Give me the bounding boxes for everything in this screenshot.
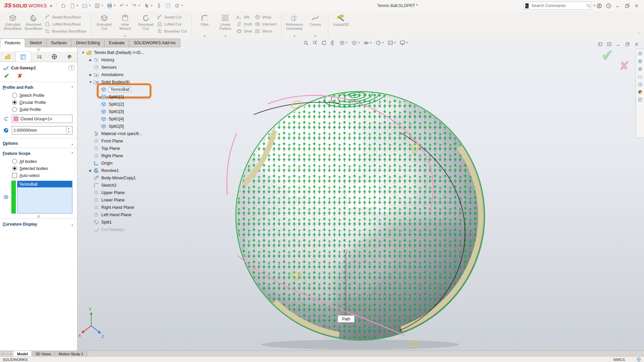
document-restore-button[interactable]: [625, 42, 630, 47]
expander-open-icon[interactable]: ▼: [88, 80, 93, 84]
hide-show-items-button[interactable]: ▼: [362, 40, 373, 46]
expander-closed-icon[interactable]: ▶: [88, 58, 93, 62]
dropdown-caret-icon[interactable]: ▼: [224, 35, 227, 39]
tab-sketch[interactable]: Sketch: [25, 39, 47, 47]
tree-item-split1[interactable]: Split1: [78, 219, 182, 226]
ribbon-button-revolved-boss-base[interactable]: RevolvedBoss/Base: [23, 12, 44, 39]
ribbon-button-reference-geometry[interactable]: ReferenceGeometry▼: [284, 12, 305, 39]
ribbon-button-lofted-cut[interactable]: Lofted Cut: [157, 20, 189, 27]
chevron-down-icon[interactable]: ⌄: [71, 142, 74, 145]
minimize-button[interactable]: [614, 2, 621, 9]
panel-tab-displaymanager[interactable]: [62, 52, 77, 62]
ribbon-button-shell[interactable]: Shell: [236, 27, 254, 35]
document-minimize-button[interactable]: [616, 42, 621, 47]
ok-button[interactable]: ✔: [4, 73, 9, 79]
list-resize-handle[interactable]: [37, 215, 40, 218]
tab-features[interactable]: Features: [0, 39, 25, 47]
ribbon-button-hole-wizard[interactable]: HoleWizard▼: [115, 12, 135, 39]
ribbon-button-swept-boss-base[interactable]: Swept Boss/Base: [44, 13, 89, 20]
auto-select-checkbox-row[interactable]: Auto-select: [0, 172, 77, 179]
dropdown-caret-icon[interactable]: ▼: [406, 42, 409, 44]
tree-item-left-hand-plane[interactable]: Left Hand Plane: [78, 211, 182, 219]
previous-view-button[interactable]: [320, 40, 328, 46]
panel-tab-propertymanager[interactable]: [15, 52, 32, 62]
dropdown-caret-icon[interactable]: ▼: [101, 4, 104, 7]
radio-button[interactable]: [12, 100, 17, 105]
tree-item-solid-bodies-6[interactable]: ▼Solid Bodies(6): [78, 78, 182, 86]
tennis-ball-model[interactable]: [227, 82, 510, 351]
ribbon-button-draft[interactable]: Draft: [236, 20, 254, 27]
confirmation-corner-cancel-icon[interactable]: ✘: [619, 59, 629, 73]
profile-option-sketch-profile[interactable]: Sketch Profile: [0, 92, 77, 99]
bottom-tab-motion-study-1[interactable]: Motion Study 1: [55, 351, 87, 357]
path-endpoint-marker[interactable]: [345, 250, 347, 253]
select-button[interactable]: ▼: [142, 2, 154, 9]
dropdown-caret-icon[interactable]: ▼: [150, 4, 153, 7]
bottom-tab-3d-views[interactable]: 3D Views: [32, 351, 55, 357]
undo-button[interactable]: ▼: [118, 2, 130, 9]
auto-select-checkbox[interactable]: [12, 173, 17, 178]
path-selection-field[interactable]: Closed Group<1>: [12, 115, 72, 123]
close-button[interactable]: [633, 2, 640, 9]
selection-filter-button[interactable]: [155, 2, 163, 9]
dropdown-caret-icon[interactable]: ▼: [370, 42, 372, 44]
search-caret-icon[interactable]: ▼: [593, 4, 596, 7]
apply-scene-button[interactable]: ▼: [386, 40, 397, 46]
ribbon-collapse-icon[interactable]: ⌃: [637, 32, 640, 36]
tree-item-tennisball[interactable]: TennisBall: [78, 86, 182, 93]
selected-bodies-list[interactable]: TennisBall: [17, 181, 72, 214]
save-button[interactable]: ▼: [93, 2, 105, 9]
chevron-up-icon[interactable]: ⌃: [71, 86, 74, 89]
custom-properties-icon[interactable]: [638, 97, 643, 102]
ribbon-button-extruded-cut[interactable]: ExtrudedCut: [94, 12, 114, 39]
ribbon-button-intersect[interactable]: Intersect: [255, 20, 278, 27]
help-icon[interactable]: ?: [68, 65, 74, 71]
dropdown-caret-icon[interactable]: ▼: [181, 4, 183, 7]
search-input[interactable]: [531, 3, 584, 8]
section-feature-scope[interactable]: Feature Scope ⌃: [0, 148, 77, 158]
panel-tab-dimxpertmanager[interactable]: [47, 52, 62, 62]
file-explorer-icon[interactable]: [638, 74, 643, 79]
diameter-spinner[interactable]: ▲▼: [66, 126, 71, 134]
ribbon-button-mirror[interactable]: Mirror: [255, 27, 278, 35]
view-settings-button[interactable]: ▼: [398, 40, 410, 46]
ribbon-button-rib[interactable]: Rib: [236, 13, 254, 20]
profile-diameter-field[interactable]: 2.000000mm ▲▼: [12, 126, 72, 134]
solidworks-resources-icon[interactable]: [638, 59, 643, 64]
dropdown-caret-icon[interactable]: ▼: [358, 42, 360, 44]
dropdown-caret-icon[interactable]: ▼: [314, 35, 317, 39]
profile-option-solid-profile[interactable]: Solid Profile: [0, 106, 77, 113]
confirmation-corner-ok-icon[interactable]: ✔: [600, 46, 614, 65]
dropdown-caret-icon[interactable]: ▼: [113, 4, 116, 7]
expander-open-icon[interactable]: ▼: [80, 51, 86, 54]
tab-solidworks-add-ins[interactable]: SOLIDWORKS Add-Ins: [129, 39, 180, 47]
next-tab-icon[interactable]: ›: [7, 352, 8, 356]
help-button[interactable]: ?: [605, 2, 612, 9]
tab-direct-editing[interactable]: Direct Editing: [71, 39, 104, 47]
ribbon-button-instant3d[interactable]: Instant3D: [331, 12, 351, 39]
menu-expand-icon[interactable]: ▶: [50, 4, 53, 7]
tab-evaluate[interactable]: Evaluate: [105, 39, 129, 47]
ribbon-button-wrap[interactable]: Wrap: [255, 13, 278, 20]
tree-item-body-move-copy1[interactable]: Body-Move/Copy1: [78, 174, 182, 182]
tree-item-split1-2[interactable]: Split1[2]: [78, 101, 182, 108]
document-close-button[interactable]: [634, 42, 639, 47]
view-palette-icon[interactable]: [638, 82, 643, 87]
ribbon-button-curves[interactable]: Curves▼: [305, 12, 325, 39]
section-options[interactable]: Options ⌄: [0, 138, 77, 148]
section-view-button[interactable]: [329, 40, 337, 46]
chevron-up-icon[interactable]: ⌃: [71, 152, 74, 156]
tree-item-upper-plane[interactable]: Upper Plane: [78, 189, 182, 196]
section-curvature-display[interactable]: Curvature Display ⌄: [0, 219, 77, 229]
dropdown-caret-icon[interactable]: ▼: [89, 4, 91, 7]
panel-splitter-handle[interactable]: [37, 48, 40, 51]
tree-item-lower-plane[interactable]: Lower Plane: [78, 196, 182, 204]
radio-button[interactable]: [12, 159, 17, 164]
open-button[interactable]: ▼: [80, 2, 93, 9]
ribbon-button-lofted-boss-base[interactable]: Lofted Boss/Base: [44, 20, 89, 27]
tree-item-split1-3[interactable]: Split1[3]: [78, 108, 182, 115]
tree-item-material-not-specifi[interactable]: Material <not specifi...: [78, 130, 182, 137]
expander-closed-icon[interactable]: ▶: [88, 169, 93, 172]
redo-button[interactable]: ▼: [130, 2, 142, 9]
tree-item-origin[interactable]: Origin: [78, 160, 182, 167]
